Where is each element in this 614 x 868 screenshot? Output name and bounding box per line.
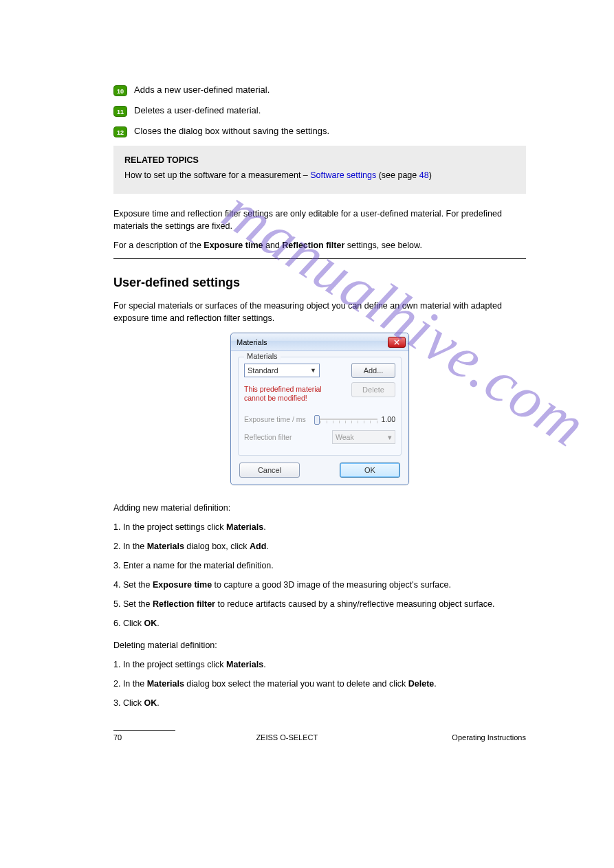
step-1-4: 4. Set the Exposure time to capture a go… <box>113 579 526 591</box>
s1-1c: . <box>263 522 265 532</box>
s1-6a: 6. Click <box>113 619 144 628</box>
s1-2c: dialog box, click <box>184 542 250 551</box>
s2-1c: . <box>263 660 265 669</box>
p2b: Exposure time <box>204 241 263 250</box>
related-topics-callout: RELATED TOPICS How to set up the softwar… <box>113 146 526 194</box>
delete-button: Delete <box>351 382 395 397</box>
s1-2d: Add <box>250 542 266 551</box>
s2-2a: 2. In the <box>113 679 147 689</box>
paragraph-2: For a description of the Exposure time a… <box>113 239 526 252</box>
p2d: Reflection filter <box>282 241 344 250</box>
s2-3c: . <box>157 698 159 708</box>
exposure-label: Exposure time / ms <box>244 415 306 423</box>
warn-l2: cannot be modified! <box>244 394 307 402</box>
s1-2e: . <box>266 542 268 551</box>
frame-label: Materials <box>244 352 281 360</box>
s1-4c: to capture a good 3D image of the measur… <box>212 580 451 590</box>
footer-center: ZEISS O-SELECT <box>256 733 318 742</box>
dialog-body: Materials Standard ▼ Add... This predefi… <box>231 351 408 485</box>
badge-10-text: Adds a new user-defined material. <box>134 84 526 96</box>
callout-body-2: (see page <box>376 170 419 180</box>
badge-11-row: 11 Deletes a user-defined material. <box>113 104 526 117</box>
dialog-footer: Cancel OK <box>238 463 402 478</box>
badge-12: 12 <box>113 126 127 137</box>
chevron-down-icon: ▾ <box>388 433 392 441</box>
s2-2e: . <box>434 679 436 689</box>
add-button[interactable]: Add... <box>351 363 395 378</box>
step-1-2: 2. In the Materials dialog box, click Ad… <box>113 540 526 553</box>
filter-value: Weak <box>336 433 354 441</box>
s2-1b: Materials <box>226 660 263 669</box>
paragraph-1: Exposure time and reflection filter sett… <box>113 208 526 232</box>
footnote-rule <box>113 730 175 732</box>
callout-page-link[interactable]: 48 <box>419 170 429 180</box>
predefined-warning: This predefined material cannot be modif… <box>244 385 322 403</box>
step-2-3: 3. Click OK. <box>113 697 526 709</box>
callout-body: How to set up the software for a measure… <box>124 169 515 181</box>
badge-10: 10 <box>113 85 127 96</box>
material-select-value: Standard <box>248 366 278 375</box>
footer-left: 70 <box>113 733 122 742</box>
badge-11-text: Deletes a user-defined material. <box>134 104 526 117</box>
close-icon <box>394 340 399 345</box>
footer-right: Operating Instructions <box>452 733 526 742</box>
s1-5c: to reduce artifacts caused by a shiny/re… <box>215 599 494 609</box>
step-1-1: 1. In the project settings click Materia… <box>113 521 526 533</box>
doc-footer: 70 ZEISS O-SELECT Operating Instructions <box>113 733 526 742</box>
ok-button[interactable]: OK <box>340 463 400 478</box>
s1-4b: Exposure time <box>153 580 212 590</box>
section-intro: For special materials or surfaces of the… <box>113 300 526 324</box>
exposure-value: 1.00 <box>382 415 395 423</box>
s2-3a: 3. Click <box>113 698 144 708</box>
s1-6b: OK <box>144 619 157 628</box>
close-button[interactable] <box>388 337 406 348</box>
filter-label: Reflection filter <box>244 433 292 441</box>
materials-dialog: Materials Materials Standard ▼ Add... Th… <box>230 333 409 485</box>
callout-title: RELATED TOPICS <box>124 155 515 165</box>
s1-2b: Materials <box>147 542 184 551</box>
step-1-5: 5. Set the Reflection filter to reduce a… <box>113 598 526 610</box>
p2a: For a description of the <box>113 241 204 250</box>
callout-body-1: How to set up the software for a measure… <box>124 170 310 180</box>
s2-2b: Materials <box>147 679 184 689</box>
section-rule <box>113 258 526 259</box>
s1-5a: 5. Set the <box>113 599 153 609</box>
dialog-titlebar[interactable]: Materials <box>231 333 408 351</box>
slider-thumb <box>314 415 320 425</box>
p2c: and <box>263 241 282 250</box>
badge-12-row: 12 Closes the dialog box without saving … <box>113 125 526 137</box>
s1-5b: Reflection filter <box>153 599 215 609</box>
steps-heading-1: Adding new material definition: <box>113 502 526 514</box>
warn-l1: This predefined material <box>244 385 322 393</box>
step-2-2: 2. In the Materials dialog box select th… <box>113 678 526 690</box>
s2-1a: 1. In the project settings click <box>113 660 226 669</box>
steps-heading-2: Deleting material definition: <box>113 639 526 652</box>
callout-body-3: ) <box>429 170 432 180</box>
s1-4a: 4. Set the <box>113 580 153 590</box>
s2-3b: OK <box>144 698 157 708</box>
callout-link[interactable]: Software settings <box>310 170 376 180</box>
s1-6c: . <box>157 619 159 628</box>
chevron-down-icon: ▼ <box>310 367 316 374</box>
step-2-1: 1. In the project settings click Materia… <box>113 658 526 671</box>
s2-2d: Delete <box>408 679 435 689</box>
step-1-6: 6. Click OK. <box>113 617 526 630</box>
s1-1b: Materials <box>226 522 263 532</box>
materials-frame: Materials Standard ▼ Add... This predefi… <box>238 357 402 456</box>
dialog-title: Materials <box>237 338 267 346</box>
badge-11: 11 <box>113 106 127 117</box>
page-content: 10 Adds a new user-defined material. 11 … <box>113 84 526 742</box>
badge-10-row: 10 Adds a new user-defined material. <box>113 84 526 96</box>
material-select[interactable]: Standard ▼ <box>244 364 320 377</box>
s2-2c: dialog box select the material you want … <box>184 679 408 689</box>
badge-12-text: Closes the dialog box without saving the… <box>134 125 526 137</box>
section-title: User-defined settings <box>113 276 526 290</box>
s1-1a: 1. In the project settings click <box>113 522 226 532</box>
step-1-3: 3. Enter a name for the material definit… <box>113 559 526 572</box>
exposure-slider <box>314 412 377 426</box>
reflection-filter-select: Weak ▾ <box>332 430 395 444</box>
cancel-button[interactable]: Cancel <box>239 463 300 478</box>
s1-2a: 2. In the <box>113 542 147 551</box>
p2e: settings, see below. <box>344 241 422 250</box>
